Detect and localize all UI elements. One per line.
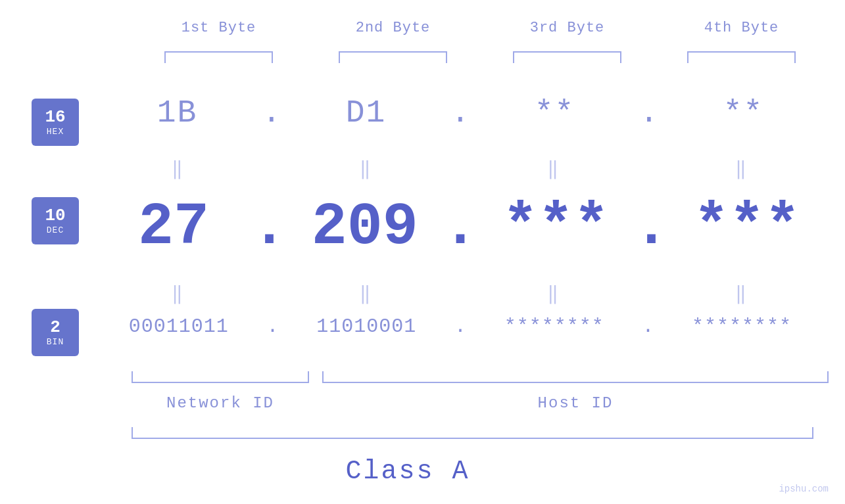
bin-dot-1: . [267, 315, 279, 338]
bracket-3-line [513, 51, 621, 63]
sep-2-4: ‖ [669, 283, 814, 305]
separator-row-2: ‖ ‖ ‖ ‖ [99, 283, 822, 305]
bin-cell-1: 00011011 [107, 315, 251, 338]
sep-2-2: ‖ [294, 283, 439, 305]
id-labels: Network ID Host ID [132, 394, 829, 412]
dec-dot-1: . [251, 194, 287, 261]
top-brackets [132, 51, 829, 63]
bracket-3 [480, 51, 654, 63]
sep-1-4: ‖ [669, 158, 814, 180]
network-id-label: Network ID [132, 394, 309, 412]
dec-badge: 10 DEC [32, 197, 79, 244]
separator-row-1: ‖ ‖ ‖ ‖ [99, 158, 822, 180]
hex-dot-3: . [640, 95, 659, 131]
sep-2-3: ‖ [482, 283, 627, 305]
hex-badge: 16 HEX [32, 99, 79, 146]
bracket-2-line [339, 51, 447, 63]
bracket-4-line [687, 51, 796, 63]
class-label: Class A [0, 457, 815, 486]
bin-dot-2: . [454, 315, 466, 338]
hex-badge-label: HEX [47, 127, 64, 137]
hex-cell-4: ** [671, 95, 815, 131]
bin-badge-label: BIN [47, 337, 64, 347]
dec-cell-1: 27 [101, 194, 246, 261]
bottom-brackets [132, 371, 829, 383]
byte-labels-row: 1st Byte 2nd Byte 3rd Byte 4th Byte [132, 20, 829, 36]
hex-cell-3: ** [482, 95, 627, 131]
sep-1-2: ‖ [294, 158, 439, 180]
hex-cell-2: D1 [294, 95, 439, 131]
bin-row: 00011011 . 11010001 . ******** . *******… [99, 315, 822, 338]
hex-row: 1B . D1 . ** . ** [99, 95, 822, 131]
dec-cell-4: *** [675, 194, 819, 261]
hex-dot-2: . [451, 95, 470, 131]
dec-badge-number: 10 [45, 206, 65, 225]
bracket-1 [132, 51, 306, 63]
host-id-label: Host ID [322, 394, 829, 412]
bin-badge: 2 BIN [32, 309, 79, 356]
dec-cell-3: *** [483, 194, 628, 261]
dec-dot-2: . [443, 194, 478, 261]
bin-badge-number: 2 [50, 318, 60, 337]
dec-badge-label: DEC [47, 225, 64, 235]
dec-dot-3: . [633, 194, 669, 261]
byte-label-2: 2nd Byte [306, 20, 480, 36]
hex-dot-1: . [262, 95, 281, 131]
hex-cell-1: 1B [105, 95, 250, 131]
sep-1-3: ‖ [482, 158, 627, 180]
hex-badge-number: 16 [45, 108, 65, 127]
bracket-1-line [164, 51, 273, 63]
bin-dot-3: . [642, 315, 654, 338]
bin-cell-3: ******** [482, 315, 627, 338]
class-bracket [132, 427, 813, 439]
bracket-gap [309, 371, 322, 383]
byte-label-1: 1st Byte [132, 20, 306, 36]
watermark: ipshu.com [779, 484, 829, 494]
host-bracket [322, 371, 829, 383]
network-bracket [132, 371, 309, 383]
bin-cell-4: ******** [669, 315, 814, 338]
bracket-2 [306, 51, 480, 63]
dec-row: 27 . 209 . *** . *** [99, 194, 822, 261]
byte-label-4: 4th Byte [654, 20, 829, 36]
bracket-4 [654, 51, 829, 63]
byte-label-3: 3rd Byte [480, 20, 654, 36]
sep-2-1: ‖ [106, 283, 251, 305]
page: 1st Byte 2nd Byte 3rd Byte 4th Byte 16 H… [0, 0, 845, 504]
sep-1-1: ‖ [106, 158, 251, 180]
dec-cell-2: 209 [293, 194, 437, 261]
bin-cell-2: 11010001 [294, 315, 439, 338]
